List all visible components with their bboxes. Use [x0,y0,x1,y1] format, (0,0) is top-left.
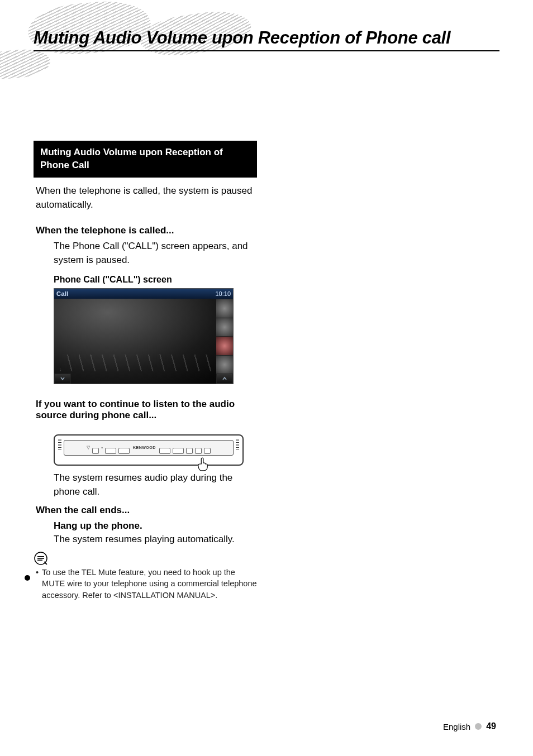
faceplate-illustration: ▽ • KENWOOD [54,434,244,466]
call-screen-topbar: Call 10:10 [54,289,233,299]
sidebar-icon [216,336,233,355]
pointer-hand-icon [197,457,209,471]
sidebar-icon [216,355,233,374]
footer-language: English [443,722,470,731]
faceplate-buttons: ▽ • KENWOOD [64,440,234,456]
intro-text: When the telephone is called, the system… [36,184,255,212]
call-screen-bottombar [54,374,233,384]
panel-button [186,448,193,454]
step-heading: When the call ends... [36,505,255,516]
manual-page: Muting Audio Volume upon Reception of Ph… [0,0,533,756]
vent-icon [236,439,239,450]
panel-button [105,448,116,454]
footer-page-number: 49 [486,721,496,731]
panel-button [195,448,202,454]
step-body: The Phone Call ("CALL") screen appears, … [54,240,255,267]
footer-dot-icon [475,723,482,730]
step-body: The system resumes audio play during the… [54,471,255,499]
call-screen-hash [60,355,212,371]
sidebar-icon [216,299,233,318]
page-title: Muting Audio Volume upon Reception of Ph… [34,28,499,51]
call-label: Call [56,290,69,297]
bullet-icon: • [36,567,39,601]
margin-dot-icon [25,575,30,581]
brand-label: KENWOOD [133,446,156,449]
svg-rect-1 [37,556,44,557]
down-icon [54,374,71,384]
page-footer: English 49 [443,721,496,731]
decorative-hatch [0,47,51,81]
call-screen-illustration: Call 10:10 [54,288,234,384]
panel-button [173,448,184,454]
note-text: To use the TEL Mute feature, you need to… [42,567,257,601]
step-heading: When the telephone is called... [36,225,255,236]
panel-button [204,448,211,454]
content-column: Muting Audio Volume upon Reception of Ph… [34,141,257,601]
step-body: The system resumes playing automatically… [54,533,255,547]
vent-icon [58,439,61,450]
svg-rect-3 [37,559,42,561]
dot-icon: • [101,445,103,450]
step-sub-bold: Hang up the phone. [54,519,255,533]
up-icon [216,374,233,384]
panel-button [118,448,130,454]
sidebar-icon [216,318,233,337]
svg-rect-2 [37,558,44,559]
triangle-icon: ▽ [87,445,90,450]
screen-caption: Phone Call ("CALL") screen [54,275,257,285]
section-header: Muting Audio Volume upon Reception of Ph… [34,141,257,178]
panel-button [92,448,99,454]
call-clock: 10:10 [215,290,231,297]
panel-button [159,448,170,454]
note-icon [34,551,48,566]
call-screen-sidebar [216,299,233,374]
note-text-row: • To use the TEL Mute feature, you need … [36,567,257,601]
step-heading: If you want to continue to listen to the… [36,399,255,421]
